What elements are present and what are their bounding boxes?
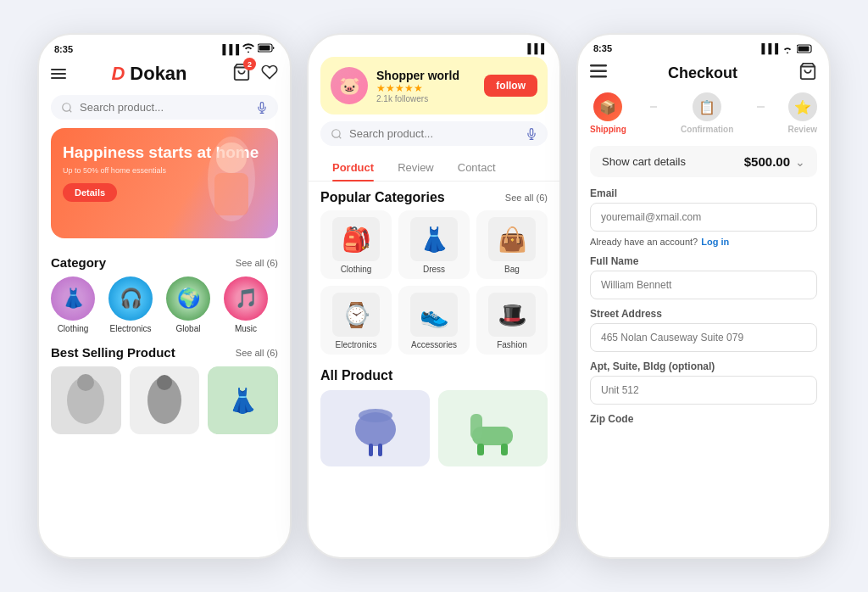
- cat-grid-fashion-img: 🎩: [488, 293, 536, 337]
- search-icon-2: [331, 128, 342, 140]
- cat-grid-fashion-label: Fashion: [497, 340, 527, 349]
- follow-button[interactable]: follow: [484, 75, 537, 97]
- cart-summary-right: $500.00 ⌄: [744, 154, 805, 169]
- cart-button[interactable]: 2: [232, 63, 251, 85]
- mic-icon-2[interactable]: [526, 128, 537, 140]
- category-section-header: Category See all (6): [39, 249, 290, 276]
- cat-grid-electronics-img: ⌚: [332, 293, 380, 337]
- chevron-down-icon: ⌄: [795, 155, 805, 169]
- tab-product[interactable]: Porduct: [320, 156, 386, 181]
- cart-summary[interactable]: Show cart details $500.00 ⌄: [590, 146, 817, 177]
- time-3: 8:35: [593, 43, 612, 53]
- product-thumb-1[interactable]: [51, 366, 121, 434]
- step-confirmation-circle[interactable]: 📋: [693, 92, 721, 121]
- cart-badge: 2: [243, 58, 256, 70]
- svg-rect-9: [214, 173, 248, 215]
- product-card-1[interactable]: [320, 390, 430, 466]
- search-bar-2[interactable]: [320, 121, 548, 146]
- email-input[interactable]: [590, 203, 817, 232]
- cat-grid-dress[interactable]: 👗 Dress: [398, 210, 470, 279]
- store-header: 🐷 Shopper world ★★★★★ 2.1k followers fol…: [320, 57, 548, 114]
- cat-grid-accessories[interactable]: 👟 Accessories: [398, 286, 470, 355]
- cart-icon-3[interactable]: [798, 62, 817, 84]
- all-product-title: All Product: [309, 365, 559, 390]
- category-see-all[interactable]: See all (6): [236, 258, 278, 268]
- best-selling-header: Best Selling Product See all (6): [39, 342, 290, 366]
- popular-cat-see-all[interactable]: See all (6): [505, 193, 548, 203]
- step-shipping-circle[interactable]: 📦: [593, 92, 622, 121]
- step-shipping-label: Shipping: [590, 125, 626, 134]
- cat-clothing[interactable]: 👗 Clothing: [51, 276, 95, 333]
- account-row: Already have an account? Log in: [590, 237, 817, 247]
- cat-music-label: Music: [235, 324, 257, 333]
- p1-header-right: 2: [232, 63, 278, 85]
- fullname-label: Full Name: [590, 255, 817, 267]
- cat-grid-clothing[interactable]: 🎒 Clothing: [320, 210, 392, 279]
- cat-global[interactable]: 🌍 Global: [166, 276, 210, 333]
- store-stars: ★★★★★: [376, 82, 459, 94]
- store-name: Shopper world: [376, 69, 459, 82]
- cat-grid-electronics[interactable]: ⌚ Electronics: [320, 286, 392, 355]
- search-bar-1[interactable]: [51, 95, 278, 120]
- tab-contact[interactable]: Contact: [446, 156, 508, 181]
- signal-3: ▐▐▐: [759, 43, 778, 53]
- p1-header: D Dokan 2: [39, 58, 290, 92]
- svg-rect-28: [590, 64, 607, 67]
- svg-line-15: [339, 136, 342, 138]
- wifi-icon-3: [782, 44, 793, 53]
- signal-icons-1: ▐▐▐: [220, 43, 275, 54]
- time-1: 8:35: [54, 44, 73, 54]
- cat-music-icon: 🎵: [224, 276, 268, 321]
- search-input-1[interactable]: [80, 101, 249, 114]
- cat-electronics[interactable]: 🎧 Electronics: [108, 276, 153, 333]
- svg-point-11: [77, 374, 94, 391]
- tab-review[interactable]: Review: [386, 156, 446, 181]
- step-shipping: 📦 Shipping: [590, 92, 626, 134]
- fullname-input[interactable]: [590, 271, 817, 299]
- cat-grid-bag[interactable]: 👜 Bag: [476, 210, 548, 279]
- category-title: Category: [51, 255, 106, 270]
- cat-grid-dress-img: 👗: [410, 217, 458, 261]
- login-link[interactable]: Log in: [701, 237, 729, 247]
- status-bar-2: ▐▐▐: [309, 35, 559, 57]
- street-label: Street Address: [590, 308, 817, 320]
- category-row: 👗 Clothing 🎧 Electronics 🌍 Global 🎵 Musi…: [39, 276, 290, 342]
- svg-point-3: [63, 103, 70, 110]
- cat-grid-accessories-label: Accessories: [411, 340, 457, 349]
- apt-label: Apt, Suite, Bldg (optional): [590, 360, 817, 372]
- signal-icons-3: ▐▐▐: [759, 43, 814, 53]
- step-review-circle[interactable]: ⭐: [788, 92, 817, 121]
- wishlist-icon[interactable]: [261, 64, 278, 84]
- signal-icons-2: ▐▐▐: [525, 43, 544, 53]
- cat-global-label: Global: [176, 324, 201, 333]
- apt-input[interactable]: [590, 376, 817, 405]
- cat-music[interactable]: 🎵 Music: [224, 276, 268, 333]
- cat-clothing-icon: 👗: [51, 276, 95, 321]
- step-confirmation-label: Confirmation: [681, 125, 733, 134]
- best-selling-see-all[interactable]: See all (6): [236, 348, 278, 358]
- product-thumb-2[interactable]: [130, 366, 200, 434]
- hamburger-menu-icon[interactable]: [51, 69, 66, 79]
- banner-details-button[interactable]: Details: [63, 183, 117, 202]
- menu-icon-3[interactable]: [590, 64, 607, 81]
- step-review-label: Review: [788, 125, 817, 134]
- step-connector-1: [650, 106, 657, 108]
- svg-point-14: [332, 129, 340, 137]
- mic-icon-1[interactable]: [256, 102, 268, 114]
- svg-rect-29: [590, 70, 607, 73]
- svg-point-8: [216, 142, 247, 173]
- product-card-2[interactable]: [438, 390, 548, 466]
- logo-d: D: [111, 63, 125, 85]
- store-followers: 2.1k followers: [376, 94, 459, 103]
- street-input[interactable]: [590, 323, 817, 352]
- popular-cat-title: Popular Categories: [320, 190, 445, 205]
- search-input-2[interactable]: [349, 127, 519, 140]
- best-selling-title: Best Selling Product: [51, 345, 175, 360]
- cat-grid-fashion[interactable]: 🎩 Fashion: [476, 286, 548, 355]
- account-text: Already have an account?: [590, 237, 698, 247]
- cat-grid-accessories-img: 👟: [410, 293, 458, 337]
- svg-rect-27: [798, 46, 810, 51]
- cat-grid-bag-label: Bag: [504, 265, 520, 274]
- step-confirmation: 📋 Confirmation: [681, 92, 733, 134]
- product-thumb-3[interactable]: 👗: [208, 366, 278, 434]
